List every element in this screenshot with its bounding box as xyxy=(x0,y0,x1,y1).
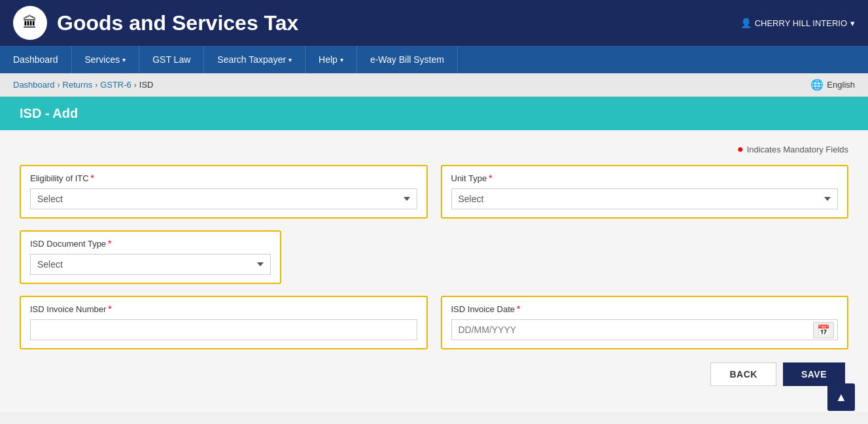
globe-icon: 🌐 xyxy=(810,79,824,91)
unit-type-required: * xyxy=(489,173,492,183)
help-arrow-icon: ▾ xyxy=(340,56,343,63)
nav-gst-law[interactable]: GST Law xyxy=(139,46,204,73)
logo-icon: 🏛 xyxy=(13,6,47,40)
language-label: English xyxy=(827,80,855,90)
save-button[interactable]: SAVE xyxy=(783,362,845,386)
nav-eway-bill[interactable]: e-Way Bill System xyxy=(357,46,458,73)
nav-dashboard[interactable]: Dashboard xyxy=(0,46,72,73)
breadcrumb-gstr6[interactable]: GSTR-6 xyxy=(100,80,131,90)
isd-invoice-date-input[interactable] xyxy=(451,319,839,340)
breadcrumb-dashboard[interactable]: Dashboard xyxy=(13,80,55,90)
mandatory-dot: ● xyxy=(737,143,744,155)
back-button[interactable]: BACK xyxy=(710,362,776,386)
sep3: › xyxy=(134,80,137,90)
nav-services[interactable]: Services ▾ xyxy=(72,46,140,73)
isd-doc-type-label: ISD Document Type * xyxy=(30,238,271,249)
scroll-to-top-button[interactable]: ▲ xyxy=(827,383,855,411)
main-content: ● Indicates Mandatory Fields Eligibility… xyxy=(0,130,868,412)
page-header: ISD - Add xyxy=(0,97,868,130)
isd-invoice-number-label: ISD Invoice Number * xyxy=(30,304,417,314)
form-row-3: ISD Invoice Number * ISD Invoice Date * … xyxy=(20,296,848,349)
breadcrumb-returns[interactable]: Returns xyxy=(63,80,93,90)
eligibility-itc-group: Eligibility of ITC * Select Input Input … xyxy=(20,165,428,219)
unit-type-label: Unit Type * xyxy=(451,173,839,183)
breadcrumb-isd: ISD xyxy=(139,80,154,90)
isd-invoice-date-label: ISD Invoice Date * xyxy=(451,304,839,314)
calendar-icon[interactable]: 📅 xyxy=(813,322,834,338)
isd-invoice-number-group: ISD Invoice Number * xyxy=(20,296,428,349)
search-taxpayer-arrow-icon: ▾ xyxy=(288,56,292,63)
eligibility-itc-label: Eligibility of ITC * xyxy=(30,173,417,183)
language-selector[interactable]: 🌐 English xyxy=(810,79,855,91)
unit-type-select[interactable]: Select Integrated Central State/UT xyxy=(451,188,839,209)
breadcrumb-bar: Dashboard › Returns › GSTR-6 › ISD 🌐 Eng… xyxy=(0,73,868,97)
mandatory-text: Indicates Mandatory Fields xyxy=(747,145,848,154)
isd-doc-type-group: ISD Document Type * Select ISD Invoice I… xyxy=(20,230,281,284)
isd-invoice-number-required: * xyxy=(108,304,111,314)
nav-search-taxpayer[interactable]: Search Taxpayer ▾ xyxy=(204,46,305,73)
date-input-wrapper: 📅 xyxy=(451,319,839,340)
page-title: ISD - Add xyxy=(20,106,78,120)
user-icon: 👤 xyxy=(740,18,752,28)
mandatory-note: ● Indicates Mandatory Fields xyxy=(20,143,848,155)
isd-doc-type-required: * xyxy=(108,238,111,249)
user-dropdown-arrow: ▾ xyxy=(850,18,855,28)
services-arrow-icon: ▾ xyxy=(122,56,126,63)
app-title: Goods and Services Tax xyxy=(57,11,298,35)
eligibility-itc-select[interactable]: Select Input Input Services Capital Good… xyxy=(30,188,417,209)
user-name: CHERRY HILL INTERIO xyxy=(755,18,847,28)
eligibility-itc-required: * xyxy=(91,173,94,183)
form-row-1: Eligibility of ITC * Select Input Input … xyxy=(20,165,848,219)
unit-type-group: Unit Type * Select Integrated Central St… xyxy=(441,165,849,219)
isd-invoice-date-required: * xyxy=(517,304,520,314)
header-left: 🏛 Goods and Services Tax xyxy=(13,6,298,40)
nav-help[interactable]: Help ▾ xyxy=(305,46,357,73)
isd-invoice-date-group: ISD Invoice Date * 📅 xyxy=(441,296,849,349)
isd-doc-type-select[interactable]: Select ISD Invoice ISD Credit Note xyxy=(30,254,271,275)
breadcrumb: Dashboard › Returns › GSTR-6 › ISD xyxy=(13,80,153,90)
isd-invoice-number-input[interactable] xyxy=(30,319,417,340)
user-menu[interactable]: 👤 CHERRY HILL INTERIO ▾ xyxy=(740,18,855,28)
sep1: › xyxy=(58,80,60,90)
button-row: BACK SAVE xyxy=(20,362,848,386)
form-row-2: ISD Document Type * Select ISD Invoice I… xyxy=(20,230,848,284)
header: 🏛 Goods and Services Tax 👤 CHERRY HILL I… xyxy=(0,0,868,46)
sep2: › xyxy=(95,80,97,90)
main-nav: Dashboard Services ▾ GST Law Search Taxp… xyxy=(0,46,868,73)
